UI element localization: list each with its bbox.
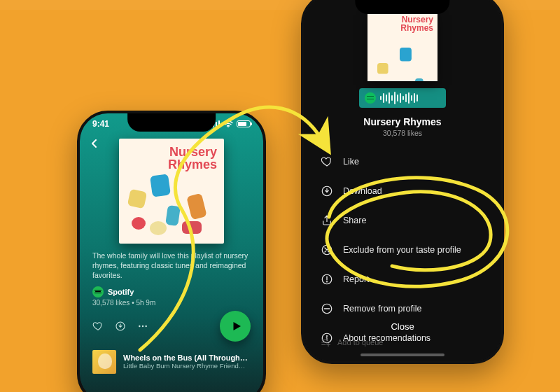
play-button[interactable] xyxy=(220,311,251,342)
menu-item-share[interactable]: Share xyxy=(304,206,501,235)
iphone-notch xyxy=(127,113,216,132)
menu-likes: 30,578 likes xyxy=(304,129,501,137)
close-button[interactable]: Close xyxy=(304,321,501,332)
spotify-logo-icon xyxy=(365,92,376,104)
track-row[interactable]: Wheels on the Bus (All Through t… Little… xyxy=(80,342,263,374)
svg-point-11 xyxy=(326,335,328,337)
menu-item-report[interactable]: Report xyxy=(304,265,501,294)
svg-point-8 xyxy=(326,281,328,283)
more-button[interactable] xyxy=(137,321,148,332)
spotify-code[interactable] xyxy=(359,88,446,108)
phone-context-menu: Nursery Rhymes Nursery Rhymes 30,578 lik… xyxy=(301,0,504,364)
menu-item-exclude-taste[interactable]: Exclude from your taste profile xyxy=(304,235,501,265)
svg-point-0 xyxy=(227,126,229,127)
home-indicator[interactable] xyxy=(360,354,444,356)
phone-playlist-view: 9:41 Nursery Rhymes The whole family wil… xyxy=(77,111,266,392)
playlist-author-row[interactable]: Spotify xyxy=(80,281,263,299)
menu-item-label: Download xyxy=(343,186,382,196)
download-button[interactable] xyxy=(115,321,126,332)
spotify-logo-icon xyxy=(92,286,104,298)
playlist-meta: 30,578 likes • 5h 9m xyxy=(80,299,263,311)
playlist-cover[interactable]: Nursery Rhymes xyxy=(119,139,224,244)
queue-icon xyxy=(321,337,330,347)
playlist-author: Spotify xyxy=(108,288,134,296)
menu-cover: Nursery Rhymes xyxy=(368,11,438,81)
status-time: 9:41 xyxy=(92,119,109,129)
remove-icon xyxy=(321,302,333,315)
menu-item-label: Exclude from your taste profile xyxy=(343,245,461,255)
download-icon xyxy=(321,185,333,197)
like-button[interactable] xyxy=(92,321,104,332)
menu-item-remove-profile[interactable]: Remove from profile xyxy=(304,294,501,323)
menu-item-download[interactable]: Download xyxy=(304,176,501,206)
track-artist: Little Baby Bum Nursery Rhyme Friends • … xyxy=(123,362,248,370)
menu-item-label: Share xyxy=(343,216,366,225)
wifi-icon xyxy=(223,120,233,127)
svg-point-2 xyxy=(139,325,140,326)
svg-point-4 xyxy=(145,325,146,326)
exclude-icon xyxy=(321,244,333,256)
back-button[interactable] xyxy=(90,139,99,151)
track-thumbnail xyxy=(92,350,116,374)
cover-artwork xyxy=(119,139,224,244)
track-title: Wheels on the Bus (All Through t… xyxy=(123,354,248,362)
playlist-description: The whole family will love this playlist… xyxy=(80,251,263,281)
heart-icon xyxy=(321,155,333,168)
spotify-code-bars xyxy=(380,92,440,104)
share-icon xyxy=(321,214,333,227)
battery-icon xyxy=(237,120,251,127)
report-icon xyxy=(321,273,333,286)
menu-item-label: Like xyxy=(343,157,359,167)
add-to-queue-hint: Add to queue xyxy=(321,337,383,347)
menu-item-label: Report xyxy=(343,274,370,284)
menu-title: Nursery Rhymes xyxy=(304,116,501,127)
menu-item-label: Remove from profile xyxy=(343,304,422,314)
iphone-notch xyxy=(355,0,449,14)
svg-point-3 xyxy=(142,325,144,326)
menu-item-like[interactable]: Like xyxy=(304,147,501,176)
